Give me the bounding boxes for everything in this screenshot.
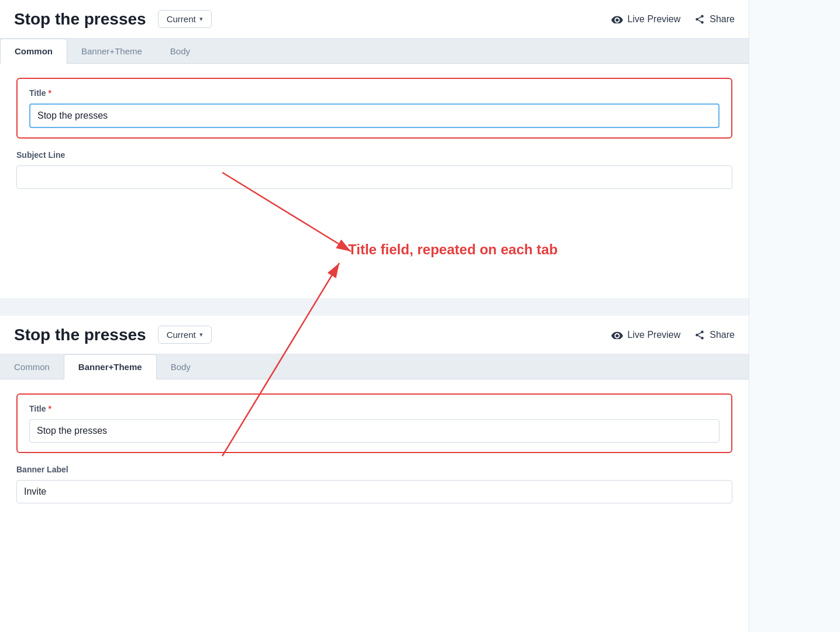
banner-section-bottom: Banner Label [16, 465, 732, 503]
required-star-top: * [49, 88, 51, 98]
page-title-bottom: Stop the presses [14, 326, 146, 344]
eye-icon-top [611, 15, 623, 23]
subject-section-top: Subject Line [16, 150, 732, 189]
banner-label-bottom: Banner Label [16, 465, 732, 474]
header-bottom: Stop the presses Current ▾ Live Preview … [0, 316, 749, 354]
chevron-down-icon-top: ▾ [199, 15, 203, 23]
subject-input-top[interactable] [16, 165, 732, 189]
tabs-top: Common Banner+Theme Body [0, 39, 749, 64]
form-content-bottom: Title * Banner Label [0, 379, 749, 529]
eye-icon-bottom [611, 331, 623, 339]
live-preview-button-bottom[interactable]: Live Preview [611, 330, 681, 340]
tab-body-top[interactable]: Body [156, 39, 204, 63]
panel-top: Stop the presses Current ▾ Live Preview … [0, 0, 749, 298]
share-button-bottom[interactable]: Share [694, 330, 735, 340]
banner-input-bottom[interactable] [16, 480, 732, 503]
page-title-top: Stop the presses [14, 10, 146, 29]
subject-label-top: Subject Line [16, 150, 732, 160]
live-preview-button-top[interactable]: Live Preview [611, 14, 681, 25]
title-section-top: Title * [16, 78, 732, 139]
right-sidebar-strip [749, 0, 840, 632]
live-preview-label-bottom: Live Preview [628, 330, 681, 340]
share-icon-top [694, 14, 705, 25]
current-dropdown-bottom[interactable]: Current ▾ [158, 326, 212, 344]
header-actions-bottom: Live Preview Share [611, 330, 735, 340]
share-button-top[interactable]: Share [694, 14, 735, 25]
panel-bottom: Stop the presses Current ▾ Live Preview … [0, 316, 749, 632]
tab-common-bottom[interactable]: Common [0, 354, 64, 379]
live-preview-label-top: Live Preview [628, 14, 681, 25]
share-label-bottom: Share [710, 330, 735, 340]
title-section-bottom: Title * [16, 393, 732, 453]
tab-common-top[interactable]: Common [0, 39, 67, 64]
title-input-top[interactable] [29, 103, 719, 128]
tab-body-bottom[interactable]: Body [157, 354, 205, 379]
dropdown-label-top: Current [167, 14, 196, 24]
tab-banner-theme-bottom[interactable]: Banner+Theme [64, 354, 157, 379]
chevron-down-icon-bottom: ▾ [199, 331, 203, 339]
share-label-top: Share [710, 14, 735, 25]
header-top: Stop the presses Current ▾ Live Preview … [0, 0, 749, 39]
header-actions-top: Live Preview Share [611, 14, 735, 25]
title-label-top: Title * [29, 88, 719, 98]
dropdown-label-bottom: Current [167, 330, 196, 340]
title-input-bottom[interactable] [29, 419, 719, 443]
required-star-bottom: * [49, 404, 51, 413]
title-label-bottom: Title * [29, 404, 719, 413]
form-content-top: Title * Subject Line [0, 64, 749, 215]
tab-banner-theme-top[interactable]: Banner+Theme [67, 39, 156, 63]
current-dropdown-top[interactable]: Current ▾ [158, 10, 212, 28]
share-icon-bottom [694, 330, 705, 340]
tabs-bottom: Common Banner+Theme Body [0, 354, 749, 379]
